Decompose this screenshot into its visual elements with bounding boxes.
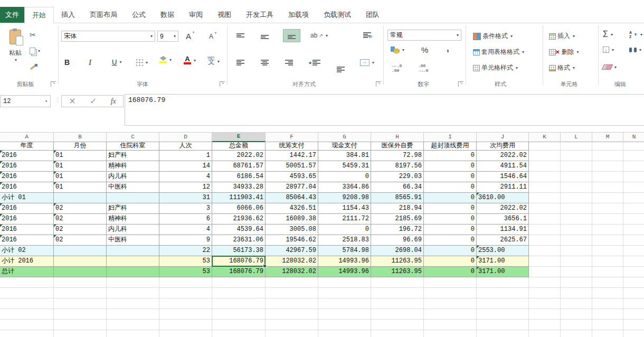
cell[interactable]: 次均费用 xyxy=(477,142,529,151)
cell[interactable] xyxy=(212,320,266,330)
cell[interactable]: 2016 xyxy=(0,203,54,214)
column-header-L[interactable]: L xyxy=(561,133,592,142)
cell[interactable] xyxy=(529,151,561,161)
cell[interactable] xyxy=(592,320,623,330)
cell[interactable] xyxy=(212,330,266,337)
cell[interactable]: 229.03 xyxy=(371,172,424,182)
cell[interactable] xyxy=(266,298,318,309)
borders-button[interactable]: ▾ xyxy=(136,59,148,66)
tab-team[interactable]: 团队 xyxy=(358,7,387,23)
cell[interactable] xyxy=(623,256,644,267)
cell[interactable]: 2553.00 xyxy=(477,246,529,256)
increase-decimal-button[interactable]: ←←.0.00 xyxy=(392,63,402,73)
cell[interactable] xyxy=(54,330,107,337)
cell[interactable] xyxy=(529,214,561,224)
sort-filter-button[interactable]: AZ▼▾ xyxy=(629,31,642,39)
cell[interactable] xyxy=(54,267,107,277)
cell[interactable]: 2185.69 xyxy=(371,214,424,224)
insert-cells-button[interactable]: 插入▾ xyxy=(549,32,575,41)
cell[interactable]: 2016 xyxy=(0,151,54,161)
cell[interactable]: 31 xyxy=(159,193,212,203)
tab-page-layout[interactable]: 页面布局 xyxy=(82,7,125,23)
cell[interactable] xyxy=(159,320,212,330)
cell[interactable]: 2016 xyxy=(0,224,54,235)
cell[interactable]: 53 xyxy=(159,267,212,277)
cell[interactable] xyxy=(623,330,644,337)
column-header-H[interactable]: H xyxy=(371,133,424,142)
cell[interactable]: 小计 02 xyxy=(0,246,54,256)
cell[interactable] xyxy=(107,330,159,337)
cell[interactable]: 2022.02 xyxy=(477,151,529,161)
tab-developer[interactable]: 开发工具 xyxy=(239,7,281,23)
cell[interactable] xyxy=(561,224,592,235)
cell[interactable]: 2022.02 xyxy=(212,151,266,161)
cell[interactable]: 85064.43 xyxy=(266,193,318,203)
cell[interactable]: 96.69 xyxy=(371,235,424,246)
number-dialog-launcher[interactable] xyxy=(458,81,463,87)
cell[interactable] xyxy=(529,298,561,309)
cell[interactable]: 2016 xyxy=(0,161,54,172)
cell[interactable]: 02 xyxy=(54,224,107,235)
cell[interactable] xyxy=(623,320,644,330)
cell[interactable]: 精神科 xyxy=(107,161,159,172)
copy-button[interactable]: ▾ xyxy=(30,48,40,54)
cell[interactable] xyxy=(561,256,592,267)
cell[interactable]: 0 xyxy=(424,246,477,256)
cell[interactable] xyxy=(561,288,592,298)
cell[interactable]: 168076.79 xyxy=(212,267,266,277)
cell[interactable] xyxy=(623,277,644,288)
cell[interactable] xyxy=(318,288,371,298)
find-select-button[interactable]: ▾ xyxy=(629,48,641,52)
cell[interactable] xyxy=(266,320,318,330)
tab-insert[interactable]: 插入 xyxy=(54,7,82,23)
cell[interactable] xyxy=(592,193,623,203)
cell[interactable] xyxy=(477,298,529,309)
tab-file[interactable]: 文件 xyxy=(0,7,24,23)
cell[interactable] xyxy=(266,309,318,320)
cell[interactable]: 小计 2016 xyxy=(0,256,54,267)
autosum-button[interactable]: Σ▾ xyxy=(603,30,613,39)
column-header-G[interactable]: G xyxy=(318,133,371,142)
font-color-button[interactable]: A▾ xyxy=(184,56,196,64)
cell[interactable]: 妇产科 xyxy=(107,151,159,161)
cell[interactable] xyxy=(318,277,371,288)
cell[interactable] xyxy=(561,214,592,224)
wrap-text-button[interactable] xyxy=(363,32,371,39)
cell[interactable] xyxy=(159,330,212,337)
column-header-E[interactable]: E xyxy=(212,133,266,142)
cell[interactable] xyxy=(592,235,623,246)
cell[interactable]: 2111.72 xyxy=(318,214,371,224)
underline-button[interactable]: U▾ xyxy=(112,58,121,66)
cell[interactable] xyxy=(561,246,592,256)
cell[interactable] xyxy=(54,277,107,288)
cell[interactable]: 0 xyxy=(424,235,477,246)
cell[interactable]: 6186.54 xyxy=(212,172,266,182)
cell[interactable]: 34933.28 xyxy=(212,182,266,193)
cell[interactable] xyxy=(318,320,371,330)
cell[interactable] xyxy=(0,320,54,330)
cell[interactable] xyxy=(212,277,266,288)
align-top-button[interactable] xyxy=(236,33,244,40)
column-header-A[interactable]: A xyxy=(0,133,54,142)
cell[interactable]: 66.34 xyxy=(371,182,424,193)
align-middle-button[interactable] xyxy=(261,33,269,40)
cell[interactable]: 3171.00 xyxy=(477,256,529,267)
cell[interactable]: 8197.56 xyxy=(371,161,424,172)
cell[interactable] xyxy=(107,320,159,330)
cell[interactable] xyxy=(592,142,623,151)
cell[interactable]: 1442.17 xyxy=(266,151,318,161)
tab-formulas[interactable]: 公式 xyxy=(125,7,153,23)
font-size-combo[interactable]: 9▾ xyxy=(157,31,178,42)
cell[interactable] xyxy=(623,142,644,151)
cell[interactable] xyxy=(424,277,477,288)
cell[interactable]: 2016 xyxy=(0,235,54,246)
cell[interactable]: 72.98 xyxy=(371,151,424,161)
bold-button[interactable]: B xyxy=(64,58,70,67)
cell[interactable]: 4 xyxy=(159,172,212,182)
cell[interactable] xyxy=(529,288,561,298)
cell[interactable]: 19546.62 xyxy=(266,235,318,246)
cell[interactable]: 02 xyxy=(54,203,107,214)
cell[interactable] xyxy=(529,330,561,337)
cell[interactable] xyxy=(318,309,371,320)
cell[interactable] xyxy=(623,267,644,277)
